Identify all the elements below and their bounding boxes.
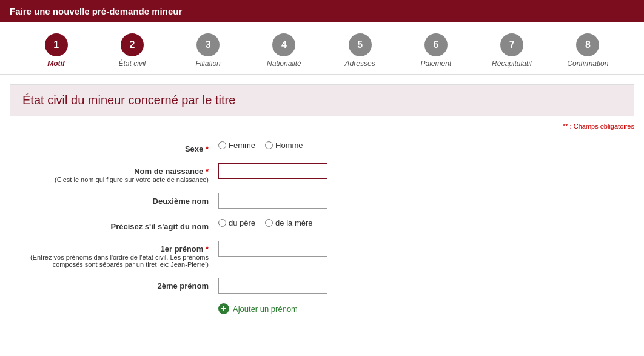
step-6[interactable]: 6 Paiement [398,33,474,68]
homme-radio-label[interactable]: Homme [265,141,303,150]
step-label-5: Adresses [345,59,375,68]
du-pere-radio[interactable] [218,219,226,227]
precisez-radio-group: du père de la mère [218,218,313,227]
premier-prenom-input[interactable] [218,241,327,257]
sexe-label: Sexe * [12,141,218,153]
step-circle-8: 8 [576,33,599,56]
section-title: État civil du mineur concerné par le tit… [10,84,634,116]
deuxieme-prenom-control [218,278,327,294]
stepper: 1 Motif 2 État civil 3 Filiation 4 Natio… [0,22,644,75]
nom-naissance-label-col: Nom de naissance * (C'est le nom qui fig… [12,163,218,183]
precisez-label: Précisez s'il s'agit du nom [12,218,218,231]
step-label-4: Nationalité [267,59,301,68]
deuxieme-nom-control [218,193,327,209]
step-label-7: Récapitulatif [492,59,532,68]
step-7[interactable]: 7 Récapitulatif [474,33,550,68]
add-icon: + [218,303,229,314]
precisez-row: Précisez s'il s'agit du nom du père de l… [12,218,632,231]
add-prenom-button[interactable]: + Ajouter un prénom [218,303,632,314]
step-circle-2: 2 [121,33,144,56]
required-note: ** : Champs obligatoires [0,123,644,130]
de-la-mere-label[interactable]: de la mère [265,218,312,227]
step-2[interactable]: 2 État civil [94,33,170,68]
form-area: Sexe * Femme Homme Nom de naissance * (C… [0,135,644,326]
homme-radio[interactable] [265,141,273,149]
step-label-2: État civil [119,59,146,68]
step-label-6: Paiement [421,59,452,68]
add-prenom-label: Ajouter un prénom [233,304,298,314]
step-circle-4: 4 [272,33,295,56]
homme-label: Homme [275,141,303,150]
step-circle-6: 6 [424,33,448,56]
step-8[interactable]: 8 Confirmation [550,33,626,68]
premier-prenom-label-col: 1er prénom * (Entrez vos prénoms dans l'… [12,241,218,268]
premier-prenom-row: 1er prénom * (Entrez vos prénoms dans l'… [12,241,632,268]
deuxieme-prenom-row: 2ème prénom [12,278,632,294]
deuxieme-nom-label: Deuxième nom [12,193,218,206]
nom-naissance-control [218,163,327,179]
du-pere-label[interactable]: du père [218,218,255,227]
nom-naissance-row: Nom de naissance * (C'est le nom qui fig… [12,163,632,183]
nom-naissance-input[interactable] [218,163,327,179]
sexe-radio-group: Femme Homme [218,141,303,150]
step-3[interactable]: 3 Filiation [170,33,246,68]
premier-prenom-control [218,241,327,257]
step-circle-7: 7 [500,33,523,56]
deuxieme-prenom-input[interactable] [218,278,327,294]
femme-label: Femme [229,141,255,150]
deuxieme-nom-row: Deuxième nom [12,193,632,209]
de-la-mere-radio[interactable] [265,219,273,227]
femme-radio[interactable] [218,141,226,149]
femme-radio-label[interactable]: Femme [218,141,255,150]
sexe-row: Sexe * Femme Homme [12,141,632,153]
page-header: Faire une nouvelle pré-demande mineur [0,0,644,22]
deuxieme-prenom-label: 2ème prénom [12,278,218,291]
step-circle-5: 5 [349,33,372,56]
step-label-1: Motif [47,59,65,68]
step-5[interactable]: 5 Adresses [322,33,398,68]
step-circle-3: 3 [196,33,220,56]
step-circle-1: 1 [45,33,68,56]
step-label-8: Confirmation [567,59,608,68]
step-1[interactable]: 1 Motif [18,33,94,68]
deuxieme-nom-input[interactable] [218,193,327,209]
precisez-control: du père de la mère [218,218,313,227]
step-label-3: Filiation [195,59,220,68]
step-4[interactable]: 4 Nationalité [246,33,322,68]
sexe-controls: Femme Homme [218,141,303,150]
page-title: Faire une nouvelle pré-demande mineur [10,6,182,16]
